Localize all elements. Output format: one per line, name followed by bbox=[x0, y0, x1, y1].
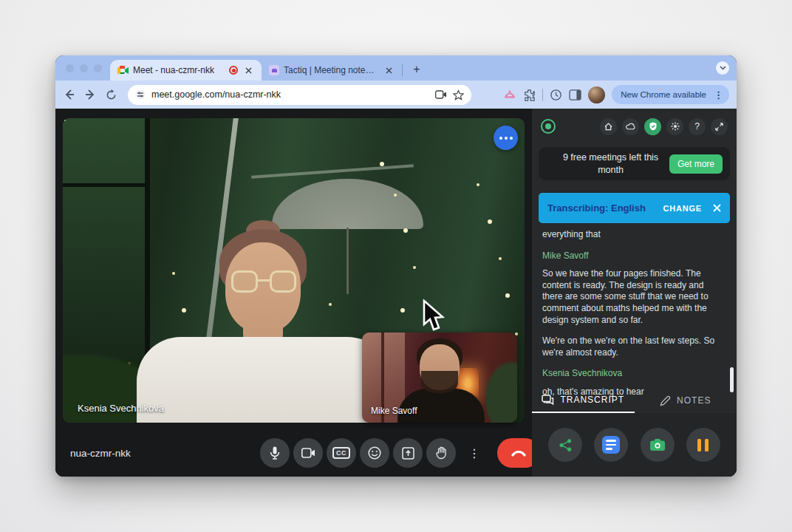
tab-notes[interactable]: NOTES bbox=[635, 388, 737, 413]
meet-favicon bbox=[117, 66, 129, 75]
tab-meet[interactable]: Meet - nua-czmr-nkk bbox=[110, 60, 262, 81]
collapse-panel-icon[interactable] bbox=[711, 118, 728, 135]
new-tab-button[interactable]: + bbox=[407, 60, 426, 79]
tab-transcript-label: TRANSCRIPT bbox=[560, 395, 624, 405]
tactiq-chat-bubble-icon[interactable] bbox=[494, 126, 518, 150]
quota-text: 9 free meetings left this month bbox=[553, 151, 668, 176]
reactions-button[interactable] bbox=[360, 438, 389, 468]
reload-icon[interactable] bbox=[104, 88, 117, 101]
tactiq-recording-icon bbox=[541, 119, 556, 134]
video-background bbox=[272, 179, 423, 229]
transcript-speaker: Ksenia Svechnikova bbox=[542, 368, 720, 380]
captions-icon: CC bbox=[332, 447, 350, 459]
more-options-icon: ⋮ bbox=[468, 446, 480, 460]
site-settings-icon[interactable] bbox=[135, 89, 146, 100]
tab-tactiq[interactable]: Tactiq | Meeting notes power bbox=[262, 60, 402, 81]
present-button[interactable] bbox=[393, 438, 423, 468]
share-button[interactable] bbox=[548, 428, 582, 462]
meeting-code-label: nua-czmr-nkk bbox=[70, 448, 131, 459]
tab-separator bbox=[402, 64, 403, 76]
history-icon[interactable] bbox=[550, 89, 562, 101]
microphone-button[interactable] bbox=[260, 438, 290, 468]
home-icon[interactable] bbox=[600, 118, 617, 135]
participant-name-label: Ksenia Svechnikova bbox=[78, 403, 164, 414]
settings-gear-icon[interactable] bbox=[666, 118, 683, 135]
tab-transcript[interactable]: TRANSCRIPT bbox=[532, 388, 635, 413]
screenshot-button[interactable] bbox=[641, 428, 675, 462]
close-tab-icon[interactable] bbox=[242, 64, 254, 76]
toolbar-divider bbox=[542, 89, 543, 101]
raise-hand-button[interactable] bbox=[426, 438, 456, 468]
smiley-icon bbox=[368, 446, 381, 460]
close-banner-icon[interactable] bbox=[713, 204, 721, 212]
camera-icon bbox=[301, 448, 315, 458]
browser-window: Meet - nua-czmr-nkk Tactiq | Meeting not… bbox=[55, 55, 737, 477]
meet-area: Ksenia Svechnikova Mike Savoff nua-czmr-… bbox=[55, 109, 532, 477]
profile-avatar[interactable] bbox=[588, 86, 605, 103]
close-window-button[interactable] bbox=[66, 64, 74, 72]
pip-participant-video bbox=[421, 371, 458, 393]
meet-page: Ksenia Svechnikova Mike Savoff nua-czmr-… bbox=[55, 109, 737, 477]
present-screen-icon bbox=[402, 447, 414, 460]
cloud-save-icon[interactable] bbox=[622, 118, 639, 135]
sidebar-actions bbox=[532, 413, 737, 477]
back-icon[interactable] bbox=[63, 88, 76, 101]
side-panel-icon[interactable] bbox=[569, 89, 581, 100]
window-chevron-icon[interactable] bbox=[716, 61, 729, 75]
url-text[interactable]: meet.google.com/nua-czmr-nkk bbox=[151, 89, 429, 100]
tab-notes-label: NOTES bbox=[677, 395, 711, 406]
quota-banner: 9 free meetings left this month Get more bbox=[539, 147, 730, 180]
document-button[interactable] bbox=[594, 428, 628, 462]
zoom-window-button[interactable] bbox=[94, 64, 102, 72]
forward-icon[interactable] bbox=[83, 88, 97, 101]
url-bar[interactable]: meet.google.com/nua-czmr-nkk bbox=[128, 85, 471, 105]
tactiq-favicon bbox=[269, 65, 279, 75]
raised-hand-icon bbox=[436, 446, 447, 460]
chrome-update-label: New Chrome available bbox=[621, 90, 706, 99]
more-options-button[interactable]: ⋮ bbox=[460, 438, 489, 468]
change-language-button[interactable]: CHANGE bbox=[663, 204, 702, 213]
help-icon[interactable]: ? bbox=[689, 118, 706, 135]
transcript-line: We're on the we're on the last few steps… bbox=[542, 335, 720, 358]
bookmark-star-icon[interactable] bbox=[453, 89, 464, 100]
get-more-button[interactable]: Get more bbox=[669, 154, 723, 174]
video-background bbox=[251, 164, 414, 178]
mouse-cursor bbox=[421, 299, 446, 333]
minimize-window-button[interactable] bbox=[80, 64, 88, 72]
extensions-puzzle-icon[interactable] bbox=[523, 89, 536, 101]
screenshot-camera-icon bbox=[649, 438, 666, 451]
close-tab-icon[interactable] bbox=[383, 64, 395, 76]
document-icon bbox=[602, 436, 620, 454]
tactiq-extension-icon[interactable] bbox=[503, 89, 516, 100]
window-controls[interactable] bbox=[66, 64, 102, 72]
participant-video bbox=[137, 337, 392, 423]
transcribing-label: Transcribing: English bbox=[547, 202, 646, 214]
pip-name-label: Mike Savoff bbox=[371, 406, 417, 416]
pause-transcription-button[interactable] bbox=[686, 428, 720, 462]
camera-permission-icon[interactable] bbox=[435, 90, 447, 99]
microphone-icon bbox=[270, 446, 280, 460]
chrome-update-button[interactable]: New Chrome available ⋮ bbox=[612, 85, 729, 104]
transcript-speaker: Mike Savoff bbox=[542, 250, 720, 262]
self-view-tile[interactable]: Mike Savoff bbox=[362, 332, 517, 423]
browser-toolbar: meet.google.com/nua-czmr-nkk New Chrome … bbox=[55, 81, 737, 109]
captions-button[interactable]: CC bbox=[327, 438, 356, 468]
tactiq-sidebar: ? 9 free meetings left this month Get mo… bbox=[532, 109, 737, 477]
tab-title: Meet - nua-czmr-nkk bbox=[133, 65, 225, 75]
tab-title: Tactiq | Meeting notes power bbox=[284, 65, 378, 75]
chat-bubbles-icon bbox=[542, 395, 554, 406]
video-background bbox=[63, 118, 66, 121]
recording-indicator-icon bbox=[229, 66, 238, 75]
share-icon bbox=[559, 438, 573, 452]
transcript-line: So we have the four pages finished. The … bbox=[542, 268, 720, 326]
pause-icon bbox=[697, 439, 709, 451]
browser-menu-icon[interactable]: ⋮ bbox=[712, 89, 725, 100]
transcript-feed[interactable]: everything that Mike Savoff So we have t… bbox=[542, 229, 720, 406]
transcript-line: everything that bbox=[542, 229, 720, 241]
meet-control-bar: nua-czmr-nkk CC ⋮ bbox=[55, 429, 532, 477]
tab-strip: Meet - nua-czmr-nkk Tactiq | Meeting not… bbox=[55, 55, 737, 81]
pip-video-background bbox=[480, 355, 517, 423]
transcribing-banner: Transcribing: English CHANGE bbox=[539, 193, 730, 223]
camera-button[interactable] bbox=[293, 438, 323, 468]
privacy-shield-icon[interactable] bbox=[644, 118, 661, 135]
